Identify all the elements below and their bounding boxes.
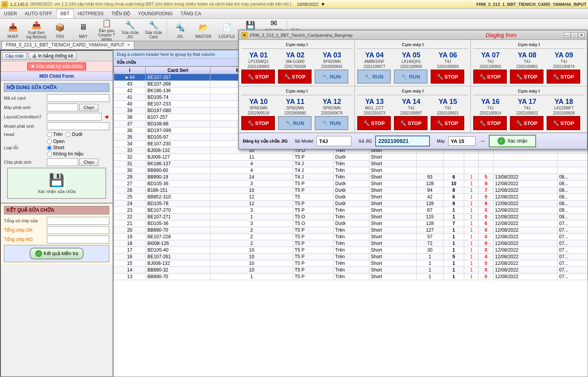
cell-ex3: 1 <box>464 187 479 194</box>
menu-hotpress[interactable]: HOTPRESS <box>74 9 107 18</box>
loailoi-notinsignal[interactable]: Không tín hiệu <box>47 151 84 157</box>
loailoi-short[interactable]: Short <box>47 145 84 150</box>
head-duoi-option[interactable]: Dưới <box>66 132 82 137</box>
ya14-stop-btn[interactable]: 🔧 STOP <box>394 116 428 130</box>
table-row[interactable]: 19 BE107-228 2 T5 P Trên Short 57 1 1 0 … <box>114 234 588 240</box>
chip-choose-btn[interactable]: Chọn <box>79 159 98 166</box>
ya04-run-btn[interactable]: 🔧 RUN <box>357 70 391 84</box>
dropdown-icon[interactable]: ▼ <box>321 2 325 7</box>
layout-input[interactable] <box>47 113 102 121</box>
confirm-btn[interactable]: ✓ Xác nhận <box>489 135 536 147</box>
loailoi-open-radio[interactable] <box>47 139 52 144</box>
btn-may[interactable]: 🖥 MÁY <box>72 20 94 40</box>
diag-max-btn[interactable]: □ <box>571 32 577 38</box>
table-row[interactable]: 29 BB890-19 14 T4 J Trên Short 93 6 1 5 … <box>114 174 588 180</box>
cell-ex6: 07... <box>557 234 587 240</box>
btn-suachucard[interactable]: 🔧 Sửa chữa Card <box>142 20 165 40</box>
tab-main[interactable]: FRM_3_213_1_BBT_TIENICH_CARD_YAMAHA_INPU… <box>2 41 134 49</box>
print-btn[interactable]: 🖨 In bảng thống kê <box>29 52 77 60</box>
menu-user[interactable]: USER <box>0 9 21 18</box>
table-row[interactable]: 20 BB890-70 2 T5 P Trên Short 127 1 1 0 … <box>114 227 588 234</box>
table-row[interactable]: 27 BD105-36 3 T5 P Dưới Short 128 10 1 9… <box>114 180 588 187</box>
table-row[interactable]: 30 BB890-60 4 T4 J Trên Short <box>114 167 588 174</box>
btn-nhap[interactable]: 📥 NHẬP <box>2 20 24 40</box>
loailoi-khongtinhieu-radio[interactable] <box>47 152 52 157</box>
jig-may-input[interactable] <box>448 136 476 146</box>
tongng-input[interactable] <box>47 236 109 243</box>
ya10-stop-btn[interactable]: 🔧 STOP <box>241 116 275 130</box>
head-duoi-radio[interactable] <box>66 132 71 137</box>
diag-min-btn[interactable]: — <box>564 32 570 38</box>
tongso-input[interactable] <box>47 217 109 225</box>
machine-grid-row1: Cụm máy I YA 01 LP133WQ1 2202100863 🔧 ST… <box>239 40 587 86</box>
btn-xuat[interactable]: 📤 Xuất theo log file(test) <box>25 20 48 40</box>
menu-tangca[interactable]: TĂNG CA <box>176 9 205 18</box>
head-tren-radio[interactable] <box>47 132 52 137</box>
ya05-run-btn[interactable]: 🔧 RUN <box>394 70 428 84</box>
table-row[interactable]: 31 BK186-137 4 T4 J Trên Short <box>114 161 588 167</box>
cell-cardseri: BD108-88 <box>146 121 210 127</box>
cell-ex5: 12/08/2022 <box>493 220 557 227</box>
diag-close-btn[interactable]: ✕ <box>578 32 584 38</box>
head-tren-option[interactable]: Trên <box>47 132 62 137</box>
btn-suachujig[interactable]: 🔧 Sửa chữa JIG <box>119 20 141 40</box>
table-row[interactable]: 26 B186-151 10 T5 P Dưới Short 94 8 1 7 … <box>114 187 588 194</box>
menu-autostiff[interactable]: AUTO-STIFF <box>21 9 56 18</box>
menu-tiendo[interactable]: TIẾN ĐỘ <box>107 9 134 18</box>
ya17-stop-btn[interactable]: 🔧 STOP <box>510 116 543 130</box>
ya09-stop-btn[interactable]: 🔧 STOP <box>547 70 580 84</box>
ya12-run-btn[interactable]: 🔧 RUN <box>315 116 348 130</box>
ya15-stop-btn[interactable]: 🔧 STOP <box>431 116 464 130</box>
table-row[interactable]: 32 BJ008-127 11 T5 P Dưới Short <box>114 154 588 161</box>
check-btn[interactable]: ✓ Kết quả kiểm tra <box>30 248 84 259</box>
model-input[interactable] <box>47 122 109 130</box>
loailoi-open[interactable]: Open <box>47 139 84 144</box>
section3-title: Cụm máy I <box>473 42 584 49</box>
jig-somodel-input[interactable] <box>316 136 351 146</box>
table-row[interactable]: 18 BI008-126 2 T5 P Trên Short 72 1 1 0 … <box>114 240 588 247</box>
table-row[interactable]: 23 BE107-270 3 T5 P Trên Short 67 1 1 0 … <box>114 207 588 214</box>
menu-bbt[interactable]: BBT <box>56 9 74 18</box>
masocard-input[interactable] <box>47 94 109 102</box>
mayphatsinh-input[interactable] <box>47 104 78 111</box>
btn-master[interactable]: 📂 MASTER <box>192 20 215 40</box>
ya16-stop-btn[interactable]: 🔧 STOP <box>473 116 507 130</box>
delete-btn[interactable]: ✖ Xóa nhật ký sửa chữa <box>27 63 86 70</box>
tab-close-btn[interactable]: × <box>127 42 130 48</box>
ya07-stop-btn[interactable]: 🔧 STOP <box>473 70 507 84</box>
ya02-stop-btn[interactable]: 🔧 STOP <box>278 70 312 84</box>
table-row[interactable]: 21 BD105-36 3 T5 O Dưới Short 128 7 1 6 … <box>114 220 588 227</box>
ya01-stop-btn[interactable]: 🔧 STOP <box>241 70 275 84</box>
chip-input[interactable] <box>47 158 78 166</box>
layout-row: LayoutControlItem7 ◄ <box>4 113 109 121</box>
table-row[interactable]: 13 BB890-70 1 T5 P Trên Short 1 1 1 0 12… <box>114 273 588 280</box>
jig-sojig-input[interactable] <box>375 136 430 147</box>
table-row[interactable]: 24 BD105-78 12 T5 P Dưới Short 128 9 1 8… <box>114 200 588 207</box>
ya13-stop-btn[interactable]: 🔧 STOP <box>357 116 391 130</box>
ya11-run-btn[interactable]: 🔧 RUN <box>278 116 312 130</box>
tongok-input[interactable] <box>47 226 109 234</box>
table-row[interactable]: 14 BB890-32 10 T5 P Trên Short 1 1 1 0 1… <box>114 267 588 273</box>
cell-indicator: 40 <box>114 101 146 107</box>
btn-ton[interactable]: 📦 TỒN <box>48 20 71 40</box>
ya18-stop-btn[interactable]: 🔧 STOP <box>547 116 580 130</box>
mayphatsinh-choose-btn[interactable]: Chọn <box>79 104 98 111</box>
cell-ex1: 1 <box>417 254 444 260</box>
update-btn[interactable]: Cập nhật <box>2 52 27 60</box>
ya03-run-btn[interactable]: 🔧 RUN <box>315 70 348 84</box>
btn-logfile[interactable]: 📄 LOGFILE <box>216 20 238 40</box>
check-area[interactable]: ✓ Kết quả kiểm tra <box>4 245 109 262</box>
ya08-stop-btn[interactable]: 🔧 STOP <box>510 70 543 84</box>
save-area[interactable]: 💾 Xác nhận sửa chữa <box>7 168 106 199</box>
btn-bangiao[interactable]: 📋 Bản giao Coupon T series <box>95 20 118 40</box>
table-row[interactable]: 17 BD105-40 10 T5 P Trên Short 30 1 1 0 … <box>114 247 588 254</box>
table-row[interactable]: 15 BJ008-132 10 T5 P Trên Short 1 1 1 0 … <box>114 260 588 267</box>
table-row[interactable]: 25 BB852-310 12 T5 Dưới Short 42 6 1 5 1… <box>114 194 588 200</box>
table-row[interactable]: 16 BE107-261 10 T5 P Trên Short 1 5 1 4 … <box>114 254 588 260</box>
ya06-stop-btn[interactable]: 🔧 STOP <box>431 70 464 84</box>
cell-ex4: 7 <box>479 187 493 194</box>
loailoi-short-radio[interactable] <box>47 145 52 150</box>
table-row[interactable]: 22 BE107-271 1 T5 O Trên Short 115 1 1 0… <box>114 214 588 220</box>
btn-jig[interactable]: 🔩 JIG <box>169 20 191 40</box>
menu-youngpoong[interactable]: YOUNGPOONG <box>134 9 177 18</box>
